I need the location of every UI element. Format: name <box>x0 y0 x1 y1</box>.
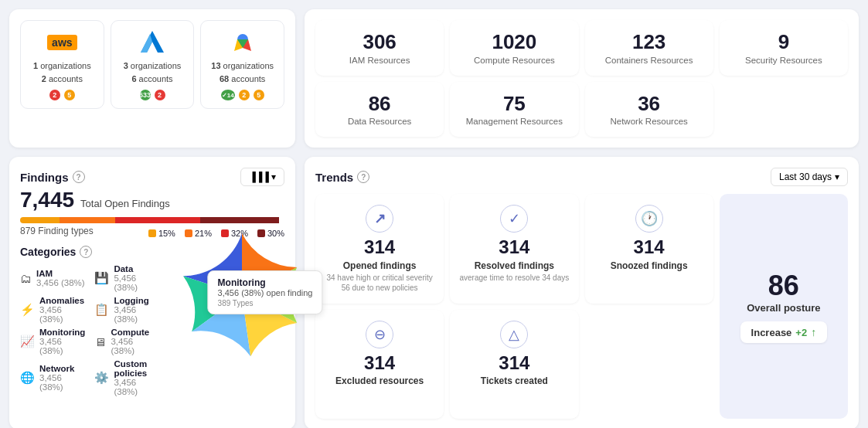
trend-resolved-icon-wrap: ✓ <box>500 205 528 233</box>
trends-period-dropdown[interactable]: Last 30 days ▾ <box>771 168 848 186</box>
resource-containers-label: Containers Resources <box>593 56 706 65</box>
checkmark-icon: ✓ <box>509 210 520 227</box>
custom-icon: ⚙️ <box>94 371 109 385</box>
cat-compute[interactable]: 🖥 Compute3,456 (38%) <box>94 328 149 355</box>
resource-network-num: 36 <box>593 93 706 115</box>
azure-org-text: 3 organizations 6 accounts <box>124 59 182 85</box>
seg-yellow <box>20 217 60 223</box>
tooltip-title: Monitoring <box>218 277 313 288</box>
tooltip-sub: 3,456 (38%) open finding <box>218 288 313 297</box>
trend-opened: ↗ 314 Opened findings 34 have high or cr… <box>315 194 444 303</box>
increase-val: +2 <box>795 327 807 338</box>
posture-num: 86 <box>768 270 799 302</box>
cat-custom-sub: 3,456 (38%) <box>114 378 138 396</box>
cat-anomalies[interactable]: ⚡ Anomalies3,456 (38%) <box>20 296 85 324</box>
azure-account-item[interactable]: 3 organizations 6 accounts 633 2 <box>111 20 195 109</box>
seg-orange <box>60 217 115 223</box>
tooltip-types: 389 Types <box>218 299 313 307</box>
gcp-badges: ✓14 2 5 <box>221 90 264 100</box>
findings-card: Findings ? ▐▐▐ ▾ 7,445 Total Open Findin… <box>9 157 295 428</box>
monitoring-icon: 📈 <box>20 335 35 348</box>
trend-opened-icon-wrap: ↗ <box>366 205 393 233</box>
cat-network[interactable]: 🌐 Network3,456 (38%) <box>20 359 85 396</box>
compute-icon: 🖥 <box>94 335 106 348</box>
resource-management[interactable]: 75 Management Resources <box>450 82 578 138</box>
cat-custom[interactable]: ⚙️ Custom policies3,456 (38%) <box>94 359 149 396</box>
resource-management-num: 75 <box>458 93 570 115</box>
cat-logging[interactable]: 📋 Logging3,456 (38%) <box>94 296 149 324</box>
seg-red <box>115 217 199 223</box>
findings-title: Findings ? <box>20 171 85 184</box>
cat-data-sub: 5,456 (38%) <box>114 273 138 292</box>
resource-iam[interactable]: 306 IAM Resources <box>315 20 444 76</box>
aws-yellow-dot: 5 <box>64 90 75 100</box>
trend-resolved-sub: average time to resolve 34 days <box>460 273 570 283</box>
gcp-green-dot: ✓14 <box>221 90 235 100</box>
trend-excluded-label: Excluded resources <box>335 375 424 386</box>
legend-yellow-dot <box>148 229 156 237</box>
resource-iam-num: 306 <box>323 31 436 53</box>
total-findings: 7,445 Total Open Findings <box>20 188 284 212</box>
resource-network[interactable]: 36 Network Resources <box>585 82 713 138</box>
gcp-yellow-dot2: 5 <box>254 90 264 100</box>
cat-monitoring[interactable]: 📈 Monitoring3,456 (38%) <box>20 328 85 355</box>
gcp-org-text: 13 organizations 68 accounts <box>211 59 274 85</box>
resource-containers-num: 123 <box>593 31 706 53</box>
trend-snoozed-label: Snoozed findings <box>611 260 688 271</box>
findings-help-icon[interactable]: ? <box>73 171 85 183</box>
gcp-account-item[interactable]: 13 organizations 68 accounts ✓14 2 5 <box>200 20 284 109</box>
anomalies-icon: ⚡ <box>20 303 35 317</box>
trends-card: Trends ? Last 30 days ▾ ↗ 314 Opened fin… <box>305 157 859 428</box>
resource-compute-num: 1020 <box>458 31 570 53</box>
cat-data-name: Data <box>114 264 133 273</box>
aws-org-text: 1 organizations 2 accounts <box>33 59 91 85</box>
cat-iam[interactable]: 🗂 IAM3,456 (38%) <box>20 264 85 292</box>
resource-data-label: Data Resources <box>323 117 436 126</box>
data-icon: 💾 <box>94 271 109 285</box>
triangle-icon: △ <box>509 326 519 343</box>
trend-excluded: ⊖ 314 Excluded resources <box>315 310 444 419</box>
resource-data-num: 86 <box>323 93 436 115</box>
minus-circle-icon: ⊖ <box>374 326 386 343</box>
cat-data[interactable]: 💾 Data5,456 (38%) <box>94 264 149 292</box>
resource-security[interactable]: 9 Security Resources <box>720 20 848 76</box>
chevron-down-icon: ▾ <box>835 172 839 182</box>
chart-type-button[interactable]: ▐▐▐ ▾ <box>240 168 284 186</box>
cloud-accounts-card: aws 1 organizations 2 accounts 2 5 <box>9 9 295 148</box>
trend-opened-num: 314 <box>364 237 395 257</box>
gcp-yellow-dot1: 2 <box>239 90 250 100</box>
cat-monitoring-name: Monitoring <box>39 328 85 337</box>
up-arrow-icon: ↑ <box>811 326 816 338</box>
resource-network-label: Network Resources <box>593 117 706 126</box>
resource-compute[interactable]: 1020 Compute Resources <box>450 20 578 76</box>
cat-anomalies-name: Anomalies <box>39 296 84 305</box>
trend-resolved: ✓ 314 Resolved findings average time to … <box>450 194 578 303</box>
azure-green-dot: 633 <box>140 90 151 100</box>
resource-security-num: 9 <box>727 31 840 53</box>
finding-types: 879 Finding types <box>20 226 94 236</box>
trend-snoozed-icon-wrap: 🕐 <box>635 205 663 233</box>
chevron-down-icon: ▾ <box>271 172 276 182</box>
resource-management-label: Management Resources <box>458 117 570 126</box>
categories-help-icon[interactable]: ? <box>80 246 92 258</box>
trends-header: Trends ? Last 30 days ▾ <box>315 168 848 186</box>
cat-compute-sub: 3,456 (38%) <box>111 337 134 355</box>
cat-anomalies-sub: 3,456 (38%) <box>39 305 63 324</box>
cat-network-sub: 3,456 (38%) <box>39 373 63 392</box>
svg-marker-1 <box>141 34 152 53</box>
trend-resolved-num: 314 <box>499 237 529 257</box>
resources-grid: 306 IAM Resources 1020 Compute Resources… <box>315 20 848 137</box>
cat-compute-name: Compute <box>111 328 149 337</box>
trends-help-icon[interactable]: ? <box>357 171 369 183</box>
cat-monitoring-sub: 3,456 (38%) <box>39 337 63 355</box>
aws-account-item[interactable]: aws 1 organizations 2 accounts 2 5 <box>20 20 104 109</box>
cat-logging-name: Logging <box>114 296 148 305</box>
trend-resolved-label: Resolved findings <box>475 260 554 271</box>
pie-chart-area: Monitoring 3,456 (38%) open finding 389 … <box>157 233 327 357</box>
clock-icon: 🕐 <box>641 210 658 227</box>
trend-tickets: △ 314 Tickets created <box>450 310 578 419</box>
aws-badges: 2 5 <box>49 90 75 100</box>
resource-containers[interactable]: 123 Containers Resources <box>585 20 713 76</box>
azure-red-dot: 2 <box>155 90 165 100</box>
resource-data[interactable]: 86 Data Resources <box>315 82 444 138</box>
